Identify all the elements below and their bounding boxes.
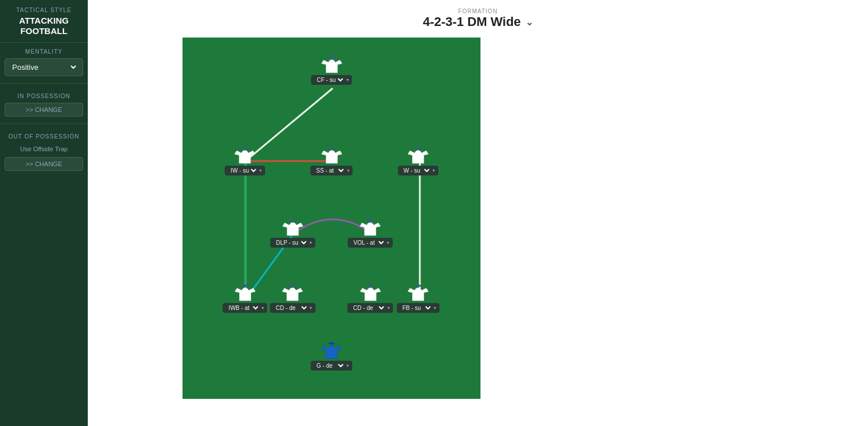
player-role-iw[interactable]: IW - su IW - at W - su ▾ [225,166,265,175]
player-shirt-cdl [282,283,303,302]
in-possession-change-button[interactable]: >> CHANGE [5,103,83,117]
football-pitch: CF - su CF - at AF - at PF - su ▾ [181,36,482,400]
player-role-vol[interactable]: VOL - at VOL - su CM - at ▾ [348,238,393,248]
divider-1 [0,83,88,84]
player-role-cf[interactable]: CF - su CF - at AF - at PF - su ▾ [311,75,352,85]
player-vol: VOL - at VOL - su CM - at ▾ [348,218,393,248]
mentality-section: MENTALITY Positive Attacking Balanced De… [0,43,88,80]
player-role-dlp[interactable]: DLP - su DLP - de CM - su ▾ [270,238,315,248]
player-shirt-iwb [234,283,255,302]
player-cf: CF - su CF - at AF - at PF - su ▾ [311,55,352,85]
out-of-possession-section: OUT OF POSSESSION Use Offside Trap >> CH… [0,128,88,174]
w-role-select[interactable]: W - su W - at IW - su [401,167,431,174]
player-shirt-dlp [282,218,303,237]
cf-role-select[interactable]: CF - su CF - at AF - at PF - su [315,76,345,84]
formation-label: FORMATION [88,8,868,14]
formation-name-text: 4-2-3-1 DM Wide [423,14,521,29]
pitch-container: CF - su CF - at AF - at PF - su ▾ [88,34,868,426]
player-role-ss[interactable]: SS - at AM - su EG - su ▾ [311,166,353,175]
tactical-style-label: TACTICAL STYLE [6,7,82,13]
sidebar-header: TACTICAL STYLE ATTACKING FOOTBALL [0,0,88,43]
iwb-role-select[interactable]: IWB - at IWB - su WB - at [226,304,260,312]
iw-role-select[interactable]: IW - su IW - at W - su [228,167,258,174]
formation-header: FORMATION 4-2-3-1 DM Wide ⌄ [88,0,868,34]
sidebar: TACTICAL STYLE ATTACKING FOOTBALL MENTAL… [0,0,88,426]
player-fb: FB - su FB - at WB - su ▾ [397,283,439,313]
formation-chevron-icon[interactable]: ⌄ [526,17,533,28]
formation-name: 4-2-3-1 DM Wide ⌄ [88,14,868,29]
player-cdl: CD - de CD - st BPD - de ▾ [270,283,315,313]
player-shirt-vol [360,218,381,237]
player-w: W - su W - at IW - su ▾ [398,146,438,175]
player-shirt-cf [321,55,342,74]
gk-role-select[interactable]: G - de SK - de SK - su [314,362,345,369]
vol-role-select[interactable]: VOL - at VOL - su CM - at [351,239,386,246]
player-role-fb[interactable]: FB - su FB - at WB - su ▾ [397,303,439,313]
player-role-cdl[interactable]: CD - de CD - st BPD - de ▾ [270,303,315,313]
player-role-cdr[interactable]: CD - de CD - st BPD - de ▾ [348,303,393,313]
player-gk: G - de SK - de SK - su ▾ [311,341,352,371]
player-cdr: CD - de CD - st BPD - de ▾ [348,283,393,313]
divider-2 [0,124,88,124]
player-shirt-iw [234,146,255,165]
mentality-dropdown[interactable]: Positive Attacking Balanced Defensive Ca… [5,58,83,76]
in-possession-section: IN POSSESSION >> CHANGE [0,87,88,120]
player-shirt-ss [321,146,342,165]
ss-role-select[interactable]: SS - at AM - su EG - su [314,167,346,174]
player-role-w[interactable]: W - su W - at IW - su ▾ [398,166,438,175]
dlp-role-select[interactable]: DLP - su DLP - de CM - su [274,239,308,246]
fb-role-select[interactable]: FB - su FB - at WB - su [400,304,433,312]
player-ss: SS - at AM - su EG - su ▾ [311,146,353,175]
player-shirt-cdr [360,283,381,302]
cdl-role-select[interactable]: CD - de CD - st BPD - de [273,304,308,312]
player-shirt-fb [408,283,429,302]
out-of-possession-label: OUT OF POSSESSION [5,133,83,140]
player-shirt-w [408,146,429,165]
cdr-role-select[interactable]: CD - de CD - st BPD - de [351,304,386,312]
out-of-possession-change-button[interactable]: >> CHANGE [5,157,83,171]
player-iwb: IWB - at IWB - su WB - at ▾ [223,283,267,313]
player-role-iwb[interactable]: IWB - at IWB - su WB - at ▾ [223,303,267,313]
player-dlp: DLP - su DLP - de CM - su ▾ [270,218,315,248]
main-content: FORMATION 4-2-3-1 DM Wide ⌄ [88,0,868,426]
player-shirt-gk [321,341,342,360]
use-offside-trap-label: Use Offside Trap [5,143,83,155]
mentality-label: MENTALITY [5,48,83,55]
player-iw: IW - su IW - at W - su ▾ [225,146,265,175]
in-possession-label: IN POSSESSION [5,93,83,99]
mentality-select[interactable]: Positive Attacking Balanced Defensive Ca… [10,62,78,72]
style-name-label: ATTACKING FOOTBALL [6,16,82,36]
player-role-gk[interactable]: G - de SK - de SK - su ▾ [311,361,352,371]
